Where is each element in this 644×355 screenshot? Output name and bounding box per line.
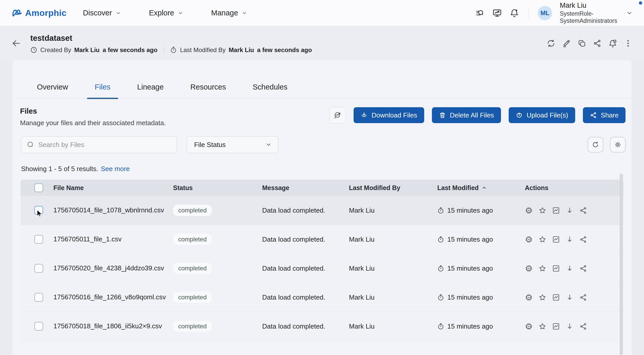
col-file-name[interactable]: File Name (53, 184, 173, 192)
user-name: Mark Liu (560, 1, 618, 10)
top-nav: Amorphic Discover Explore Manage (0, 0, 644, 26)
chevron-down-icon (265, 141, 272, 148)
row-checkbox[interactable] (34, 264, 43, 273)
page-header: testdataset Created By Mark Liu a few se… (0, 26, 644, 60)
share-button[interactable]: Share (583, 107, 626, 123)
file-name[interactable]: 1756705014_file_1078_wbnlrnnd.csv (53, 205, 169, 215)
star-icon[interactable] (538, 264, 546, 272)
created-by-label: Created By (40, 46, 71, 54)
kebab-menu-icon[interactable] (623, 39, 633, 48)
modified-time: a few seconds ago (257, 46, 312, 54)
avatar[interactable]: ML (538, 6, 552, 20)
refresh-icon[interactable] (546, 39, 556, 48)
chart-image-icon[interactable] (552, 322, 560, 330)
tab-lineage[interactable]: Lineage (129, 83, 171, 98)
table-row[interactable]: 1756705011_file_1.csv completed Data loa… (21, 225, 623, 254)
download-icon (361, 112, 368, 119)
share-icon[interactable] (593, 39, 602, 48)
file-status-select[interactable]: File Status (187, 136, 278, 153)
share-icon[interactable] (579, 293, 587, 301)
nav-item-label: Discover (83, 9, 112, 17)
table-settings-button[interactable] (610, 137, 626, 152)
nav-item-manage[interactable]: Manage (211, 9, 247, 17)
chart-image-icon[interactable] (552, 235, 560, 243)
back-arrow-icon[interactable] (11, 38, 21, 48)
file-name[interactable]: 1756705018_file_1806_ii5ku2×9.csv (53, 321, 169, 331)
chart-image-icon[interactable] (552, 264, 560, 272)
delete-all-files-button[interactable]: Delete All Files (432, 107, 501, 123)
chart-image-icon[interactable] (552, 293, 560, 301)
notification-settings-icon[interactable] (608, 39, 617, 48)
table-row[interactable]: 1756705016_file_1266_v8o9qoml.csv comple… (21, 283, 623, 312)
share-icon[interactable] (579, 322, 587, 330)
download-icon[interactable] (566, 264, 574, 272)
tab-resources[interactable]: Resources (183, 83, 234, 98)
download-icon[interactable] (566, 235, 574, 243)
row-checkbox[interactable] (34, 206, 43, 215)
stopwatch-icon (437, 236, 444, 243)
file-last-modified-by: Mark Liu (349, 235, 437, 243)
tab-files[interactable]: Files (87, 83, 118, 98)
tab-overview[interactable]: Overview (29, 83, 76, 98)
ai-chip-icon[interactable]: AI (525, 322, 533, 330)
status-badge: completed (173, 263, 212, 274)
modified-by-label: Last Modified By (180, 46, 225, 54)
see-more-link[interactable]: See more (101, 165, 130, 173)
download-icon[interactable] (566, 293, 574, 301)
star-icon[interactable] (538, 293, 546, 301)
download-files-button[interactable]: Download Files (354, 107, 424, 123)
ai-chip-icon[interactable]: AI (525, 206, 533, 214)
row-checkbox[interactable] (34, 322, 43, 331)
status-badge: completed (173, 321, 212, 332)
stopwatch-icon (437, 294, 444, 301)
download-icon[interactable] (566, 322, 574, 330)
share-icon[interactable] (579, 264, 587, 272)
star-icon[interactable] (538, 322, 546, 330)
tab-schedules[interactable]: Schedules (245, 83, 295, 98)
col-last-modified[interactable]: Last Modified (437, 184, 525, 192)
chart-image-icon[interactable] (552, 206, 560, 214)
insights-search-button[interactable] (329, 107, 346, 123)
col-status[interactable]: Status (173, 184, 262, 192)
nav-item-explore[interactable]: Explore (149, 9, 183, 17)
upload-files-button[interactable]: Upload File(s) (509, 107, 575, 123)
reload-icon (592, 141, 599, 149)
share-icon[interactable] (579, 235, 587, 243)
monitor-chart-icon[interactable] (492, 8, 502, 18)
ai-chip-icon[interactable]: AI (525, 293, 533, 301)
edit-icon[interactable] (562, 39, 571, 48)
file-name[interactable]: 1756705016_file_1266_v8o9qoml.csv (53, 292, 169, 302)
notifications-bell-icon[interactable] (510, 8, 519, 18)
status-badge: completed (173, 234, 212, 245)
copy-icon[interactable] (577, 39, 586, 48)
files-section-heading: Files Manage your files and their associ… (20, 107, 166, 127)
ai-chip-icon[interactable]: AI (525, 235, 533, 243)
file-last-modified: 15 minutes ago (447, 235, 493, 243)
file-name[interactable]: 1756705020_file_4238_j4ddzo39.csv (53, 263, 169, 273)
star-icon[interactable] (538, 235, 546, 243)
table-scrollbar[interactable] (620, 174, 623, 355)
nav-item-discover[interactable]: Discover (83, 9, 121, 17)
file-last-modified: 15 minutes ago (447, 264, 493, 272)
reload-table-button[interactable] (588, 137, 603, 152)
download-icon[interactable] (566, 206, 574, 214)
row-checkbox[interactable] (34, 293, 43, 302)
file-search-box (21, 136, 177, 153)
share-icon[interactable] (579, 206, 587, 214)
download-files-label: Download Files (372, 111, 417, 119)
table-row[interactable]: 1756705014_file_1078_wbnlrnnd.csv comple… (21, 196, 623, 225)
amorphic-logo-icon (11, 7, 23, 19)
search-input[interactable] (38, 141, 162, 149)
star-icon[interactable] (538, 206, 546, 214)
select-all-checkbox[interactable] (34, 183, 43, 192)
file-name[interactable]: 1756705011_file_1.csv (53, 234, 169, 244)
table-row[interactable]: 1756705018_file_1806_ii5ku2×9.csv comple… (21, 312, 623, 341)
row-checkbox[interactable] (34, 235, 43, 244)
table-row[interactable]: 1756705020_file_4238_j4ddzo39.csv comple… (21, 254, 623, 283)
col-message[interactable]: Message (262, 184, 349, 192)
brand[interactable]: Amorphic (11, 7, 67, 19)
ai-chip-icon[interactable]: AI (525, 264, 533, 272)
global-search-icon[interactable] (475, 8, 485, 18)
user-menu-chevron-icon[interactable] (626, 10, 633, 16)
col-last-modified-by[interactable]: Last Modified By (349, 184, 437, 192)
